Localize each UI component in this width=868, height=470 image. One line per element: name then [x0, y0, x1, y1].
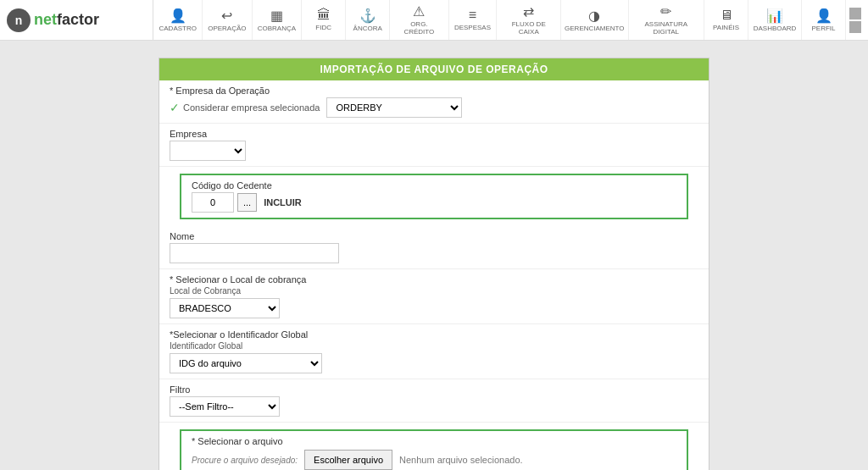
gerenciamento-icon: ◑: [588, 8, 600, 24]
cobranca-icon: ▦: [270, 8, 283, 24]
procure-label: Procure o arquivo desejado:: [192, 456, 298, 465]
nav-item-paineis[interactable]: 🖥 PAINÉIS: [704, 0, 748, 40]
logo-icon: n: [7, 8, 31, 32]
org-credito-label: ORG. CRÉDITO: [398, 21, 439, 36]
arquivo-wrapper: * Selecionar o arquivo Procure o arquivo…: [159, 423, 709, 470]
assinatura-digital-label: ASSINATURA DIGITAL: [637, 21, 696, 36]
nav-item-ancora[interactable]: ⚓ ÂNCORA: [346, 0, 390, 40]
empresa-section: Empresa: [159, 124, 709, 167]
nav-item-fidc[interactable]: 🏛 FIDC: [302, 0, 346, 40]
nav-item-cadastro[interactable]: 👤 CADASTRO: [153, 0, 203, 40]
check-icon: ✓: [170, 101, 180, 114]
cadastro-label: CADASTRO: [159, 25, 196, 33]
nome-section: Nome: [159, 226, 709, 269]
cedente-section: Código do Cedente ... INCLUIR: [180, 174, 688, 219]
fluxo-caixa-label: FLUXO DE CAIXA: [505, 21, 552, 36]
no-file-text: Nenhum arquivo selecionado.: [399, 455, 523, 465]
dashboard-label: DASHBOARD: [754, 25, 797, 33]
settings-icon-top[interactable]: [849, 8, 861, 19]
main-content: IMPORTAÇÃO DE ARQUIVO DE OPERAÇÃO * Empr…: [0, 41, 868, 470]
fluxo-caixa-icon: ⇄: [523, 3, 534, 19]
escolher-arquivo-button[interactable]: Escolher arquivo: [304, 450, 392, 470]
arquivo-label: * Selecionar o arquivo: [192, 436, 676, 446]
identificador-global-select[interactable]: IDG do arquivo Outro: [170, 353, 322, 373]
fidc-icon: 🏛: [317, 8, 331, 23]
local-cobranca-main-label: * Selecionar o Local de cobrança: [170, 274, 698, 285]
paineis-icon: 🖥: [720, 8, 733, 23]
file-row: Procure o arquivo desejado: Escolher arq…: [192, 450, 676, 470]
considerar-empresa-text: Considerar empresa selecionada: [183, 102, 320, 113]
empresa-row: [170, 141, 698, 161]
settings-icon-bottom[interactable]: [849, 21, 861, 33]
nav-item-despesas[interactable]: ≡ DESPESAS: [449, 0, 498, 40]
paineis-label: PAINÉIS: [713, 25, 739, 32]
cadastro-icon: 👤: [170, 8, 186, 24]
empresa-label: Empresa: [170, 129, 698, 139]
local-cobranca-sub-label: Local de Cobrança: [170, 286, 698, 296]
filtro-section: Filtro --Sem Filtro-- Filtro 1: [159, 379, 709, 423]
operacao-label: OPERAÇÃO: [208, 25, 246, 33]
nav-item-org-credito[interactable]: ⚠ ORG. CRÉDITO: [390, 0, 448, 40]
filtro-label: Filtro: [170, 384, 698, 395]
orderby-select[interactable]: ORDERBY: [326, 97, 462, 118]
empresa-select[interactable]: [170, 141, 246, 161]
gerenciamento-label: GERENCIAMENTO: [565, 25, 625, 33]
perfil-label: PERFIL: [812, 25, 836, 33]
nav-items: 👤 CADASTRO ↩ OPERAÇÃO ▦ COBRANÇA 🏛 FIDC …: [153, 0, 846, 40]
incluir-button[interactable]: INCLUIR: [260, 197, 305, 207]
nome-label: Nome: [170, 231, 698, 241]
nav-item-perfil[interactable]: 👤 PERFIL: [802, 0, 846, 40]
considerar-empresa-label: ✓ Considerar empresa selecionada: [170, 101, 320, 114]
identificador-global-label: *Selecionar o Identificador Global: [170, 329, 698, 340]
nome-input[interactable]: [170, 243, 339, 263]
identificador-global-sub-label: Identificador Global: [170, 341, 698, 351]
operacao-icon: ↩: [221, 8, 232, 24]
empresa-operacao-section: * Empresa da Operação ✓ Considerar empre…: [159, 80, 709, 124]
form-title: IMPORTAÇÃO DE ARQUIVO DE OPERAÇÃO: [159, 58, 709, 80]
nav-item-cobranca[interactable]: ▦ COBRANÇA: [253, 0, 303, 40]
local-cobranca-section: * Selecionar o Local de cobrança Local d…: [159, 269, 709, 324]
cedente-row: ... INCLUIR: [192, 192, 676, 213]
nav-item-operacao[interactable]: ↩ OPERAÇÃO: [203, 0, 253, 40]
empresa-operacao-label: * Empresa da Operação: [170, 86, 698, 96]
cedente-label: Código do Cedente: [192, 180, 676, 191]
dashboard-icon: 📊: [766, 8, 783, 24]
despesas-label: DESPESAS: [454, 25, 491, 32]
cedente-browse-button[interactable]: ...: [237, 193, 257, 212]
ancora-icon: ⚓: [359, 8, 376, 24]
cedente-input[interactable]: [192, 192, 234, 213]
form-card: IMPORTAÇÃO DE ARQUIVO DE OPERAÇÃO * Empr…: [159, 58, 709, 470]
filtro-select[interactable]: --Sem Filtro-- Filtro 1: [170, 396, 280, 417]
ancora-label: ÂNCORA: [353, 25, 382, 33]
assinatura-digital-icon: ✏: [660, 3, 671, 19]
local-cobranca-select[interactable]: BRADESCO ITAU SANTANDER: [170, 298, 280, 318]
despesas-icon: ≡: [469, 8, 476, 23]
nav-item-fluxo-caixa[interactable]: ⇄ FLUXO DE CAIXA: [497, 0, 561, 40]
settings-icons: [849, 8, 861, 33]
nav-item-dashboard[interactable]: 📊 DASHBOARD: [748, 0, 802, 40]
org-credito-icon: ⚠: [413, 3, 425, 19]
empresa-operacao-row: ✓ Considerar empresa selecionada ORDERBY: [170, 97, 698, 118]
fidc-label: FIDC: [315, 25, 331, 32]
nav-item-gerenciamento[interactable]: ◑ GERENCIAMENTO: [561, 0, 628, 40]
cedente-wrapper: Código do Cedente ... INCLUIR: [159, 167, 709, 226]
logo-area: n netfactor: [7, 0, 153, 40]
perfil-icon: 👤: [815, 8, 832, 24]
navbar: n netfactor 👤 CADASTRO ↩ OPERAÇÃO ▦ COBR…: [0, 0, 868, 41]
identificador-global-section: *Selecionar o Identificador Global Ident…: [159, 324, 709, 379]
nav-item-assinatura-digital[interactable]: ✏ ASSINATURA DIGITAL: [629, 0, 705, 40]
arquivo-section: * Selecionar o arquivo Procure o arquivo…: [180, 429, 688, 470]
logo-text: netfactor: [34, 11, 99, 29]
cobranca-label: COBRANÇA: [258, 25, 296, 33]
